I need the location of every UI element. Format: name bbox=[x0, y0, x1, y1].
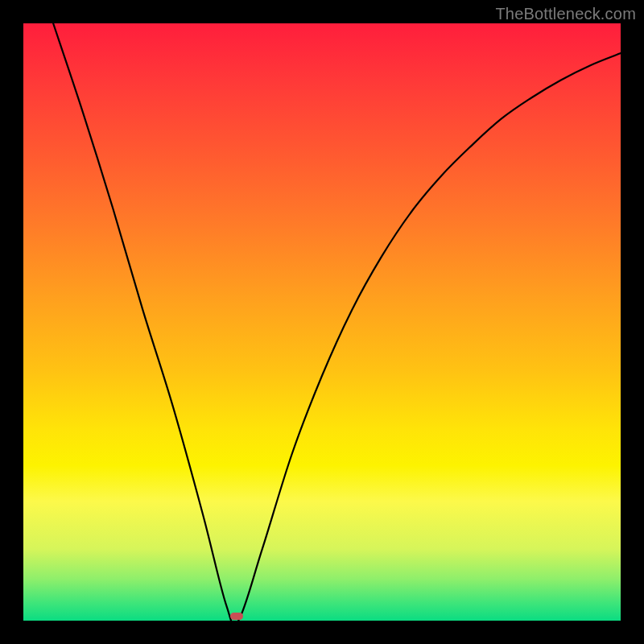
plot-area bbox=[23, 23, 621, 621]
chart-frame: TheBottleneck.com bbox=[0, 0, 644, 644]
watermark-text: TheBottleneck.com bbox=[495, 5, 636, 23]
bottleneck-marker bbox=[230, 613, 243, 620]
bottleneck-curve bbox=[23, 23, 621, 621]
